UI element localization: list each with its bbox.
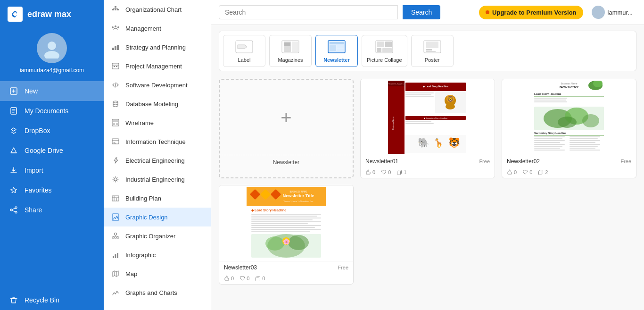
sidebar2-management[interactable]: Management xyxy=(104,19,211,38)
svg-text:Newsletter Title: Newsletter Title xyxy=(283,193,314,198)
svg-rect-54 xyxy=(388,81,405,154)
left-sidebar: edraw max iammurtaza4@gmail.com New My D… xyxy=(0,0,104,310)
svg-text:🌸: 🌸 xyxy=(283,238,290,245)
template-label[interactable]: Label xyxy=(223,35,265,67)
nav-favorites[interactable]: Favorites xyxy=(0,180,104,200)
svg-rect-106 xyxy=(534,144,565,145)
new-newsletter-card[interactable]: + Newsletter xyxy=(219,79,354,178)
nav-dropbox[interactable]: DropBox xyxy=(0,121,104,141)
svg-rect-100 xyxy=(570,136,600,137)
svg-rect-30 xyxy=(117,237,119,238)
newsletter02-copies: 2 xyxy=(538,169,548,175)
svg-rect-23 xyxy=(112,139,119,144)
newsletter03-footer: Newsletter03 Free xyxy=(219,261,353,274)
favorites-icon xyxy=(8,185,19,195)
sidebar2-industrial-eng[interactable]: Industrial Engineering xyxy=(104,170,211,189)
cards-grid: + Newsletter Newsletter Title xyxy=(219,79,636,285)
svg-rect-111 xyxy=(570,148,595,149)
svg-point-1 xyxy=(44,51,59,59)
sidebar2-org-label: Organizational Chart xyxy=(125,6,182,13)
svg-rect-10 xyxy=(117,9,119,10)
sidebar2-graphic-organizer[interactable]: Graphic Organizer xyxy=(104,226,211,245)
newsletter02-likes: 0 xyxy=(507,169,517,175)
svg-point-6 xyxy=(15,211,17,213)
sidebar2-elec-label: Electrical Engineering xyxy=(125,157,185,164)
svg-rect-97 xyxy=(534,135,604,135)
template-poster[interactable]: Poster xyxy=(411,35,454,67)
svg-text:Volume 1, Issue 1: Volume 1, Issue 1 xyxy=(388,83,404,85)
nav-recycle-bin[interactable]: Recycle Bin xyxy=(0,290,104,310)
template-magazines[interactable]: Magazines xyxy=(269,35,312,67)
svg-point-95 xyxy=(582,114,599,127)
nav-new[interactable]: New xyxy=(0,81,104,101)
newsletter03-likes: 0 xyxy=(224,276,234,281)
newsletter02-title: Newsletter02 xyxy=(507,158,540,165)
svg-rect-37 xyxy=(292,42,298,52)
svg-point-136 xyxy=(265,236,284,251)
svg-rect-72 xyxy=(405,123,434,124)
template-magazines-text: Magazines xyxy=(278,57,303,63)
sidebar2-wireframe[interactable]: Wireframe xyxy=(104,113,211,132)
sidebar2-project-mgmt[interactable]: Project Management xyxy=(104,57,211,75)
template-picture-collage[interactable]: Picture Collage xyxy=(362,35,407,67)
sidebar2-db-modeling[interactable]: Database Modeling xyxy=(104,94,211,113)
newsletter02-badge: Free xyxy=(620,159,631,164)
indus-icon xyxy=(110,174,121,184)
sidebar2-electrical-eng[interactable]: Electrical Engineering xyxy=(104,151,211,170)
softdev-icon xyxy=(110,80,121,90)
sidebar2-software-dev[interactable]: Software Development xyxy=(104,75,211,94)
svg-text:Business Name: Business Name xyxy=(392,116,394,130)
template-newsletter[interactable]: Newsletter xyxy=(315,35,358,67)
svg-rect-17 xyxy=(116,66,117,67)
svg-text:Newsletter: Newsletter xyxy=(560,85,578,89)
svg-rect-52 xyxy=(426,51,436,52)
projmgmt-icon xyxy=(110,61,121,71)
newsletter02-footer: Newsletter02 Free xyxy=(502,155,636,168)
template-newsletter-text: Newsletter xyxy=(323,57,350,63)
sidebar2-map[interactable]: Map xyxy=(104,264,211,283)
sidebar2-strategy[interactable]: Strategy and Planning xyxy=(104,38,211,57)
search-button[interactable]: Search xyxy=(403,5,440,19)
upgrade-button[interactable]: Upgrade to Premium Version xyxy=(479,6,583,19)
sidebar2-info-technique[interactable]: Information Technique xyxy=(104,132,211,151)
newsletter02-card[interactable]: Business Name Newsletter Volume 1, Issue… xyxy=(502,79,636,178)
sidebar2-graphs-charts[interactable]: Graphs and Charts xyxy=(104,283,211,302)
sidebar2-org-chart[interactable]: Organizational Chart xyxy=(104,0,211,19)
svg-rect-127 xyxy=(251,219,313,220)
sidebar2-indus-label: Industrial Engineering xyxy=(125,176,185,183)
sidebar2-infographic[interactable]: Infographic xyxy=(104,245,211,264)
nav-my-documents[interactable]: My Documents xyxy=(0,101,104,121)
newsletter03-card[interactable]: BUSINESS NAME Newsletter Title Volume 1,… xyxy=(219,185,354,285)
newsletter01-card[interactable]: Newsletter Title Business Name Volume 1,… xyxy=(360,79,495,178)
nav-google-drive[interactable]: Google Drive xyxy=(0,141,104,160)
svg-text:◆ Secondary Story Headline: ◆ Secondary Story Headline xyxy=(424,117,448,119)
svg-rect-124 xyxy=(251,214,321,215)
svg-rect-102 xyxy=(534,140,565,141)
newsletter-tpl-icon xyxy=(327,39,346,54)
svg-rect-131 xyxy=(251,227,315,228)
docs-icon xyxy=(8,106,19,116)
svg-rect-20 xyxy=(113,120,118,122)
svg-rect-103 xyxy=(570,140,600,141)
upgrade-label: Upgrade to Premium Version xyxy=(492,9,576,16)
svg-point-27 xyxy=(115,233,117,235)
sidebar2-building-plan[interactable]: Building Plan xyxy=(104,189,211,208)
sidebar2-info-label: Information Technique xyxy=(125,138,186,145)
nav-dropbox-label: DropBox xyxy=(25,127,50,134)
label-tpl-icon xyxy=(235,39,254,54)
sidebar2-mgmt-label: Management xyxy=(125,25,161,32)
svg-text:BUSINESS NAME: BUSINESS NAME xyxy=(289,191,307,193)
user-menu[interactable]: iammur... xyxy=(588,4,636,21)
sidebar2-graphic-design[interactable]: Graphic Design xyxy=(104,208,211,226)
sidebar2-infog-label: Infographic xyxy=(125,251,156,259)
nav-import[interactable]: Import xyxy=(0,160,104,180)
main-area: Search Upgrade to Premium Version iammur… xyxy=(211,0,644,310)
svg-rect-8 xyxy=(112,9,114,10)
nav-share[interactable]: Share xyxy=(0,200,104,220)
sidebar2-build-label: Building Plan xyxy=(125,195,161,202)
search-input[interactable] xyxy=(219,5,398,19)
new-icon xyxy=(8,86,19,96)
svg-rect-98 xyxy=(534,136,565,137)
poster-tpl-icon xyxy=(423,39,442,54)
newsletter03-title: Newsletter03 xyxy=(224,264,257,271)
